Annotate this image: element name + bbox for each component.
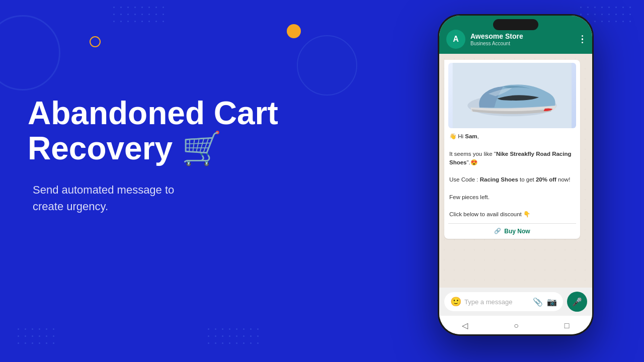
phone-mockup: A Awesome Store Business Account [438,14,599,348]
msg-discount: 20% off [536,176,556,183]
buy-now-button[interactable]: 🔗 Buy Now [448,223,576,235]
phone-inner: A Awesome Store Business Account [439,16,592,334]
recent-button[interactable]: □ [565,321,570,330]
menu-button[interactable] [580,33,586,46]
message-input-field[interactable]: 🙂 Type a message 📎 📷 [444,292,563,311]
message-placeholder: Type a message [464,298,530,306]
title-line2: Recovery [28,130,173,166]
subtitle-line1: Send automated message to [33,184,174,196]
msg-line2-prefix: Use Code : [449,176,480,183]
orange-outline-circle [90,36,101,47]
msg-line1-prefix: It seems you like " [449,151,496,157]
phone-outer: A Awesome Store Business Account [438,14,594,336]
input-bar: 🙂 Type a message 📎 📷 🎤 [439,288,592,316]
store-avatar: A [446,30,465,49]
menu-dot-3 [582,42,584,44]
dot-grid-bottom-left: (function(){ const grid = document.query… [15,326,57,347]
store-name: Awesome Store [470,32,523,41]
phone-bottom-bar: ◁ ○ □ [439,316,592,334]
wa-header-left: A Awesome Store Business Account [446,30,523,49]
mic-icon: 🎤 [572,297,582,307]
msg-customer-name: Sam [465,133,477,139]
circle-outline-top-left [0,15,60,90]
msg-greeting: 👋 Hi [449,133,465,139]
msg-line4: Click below to avail discount 👇 [449,210,575,219]
msg-code: Racing Shoes [480,176,518,183]
phone-notch [493,19,538,30]
buy-now-label: Buy Now [504,228,530,235]
store-status: Business Account [470,41,523,46]
chat-area: 👋 Hi Sam, It seems you like "Nike Streak… [439,54,592,288]
product-image [448,63,576,128]
attachment-icon[interactable]: 📎 [533,297,543,307]
circle-outline-mid [297,35,357,96]
dot-grid-top-left: (function(){ const grid = document.query… [111,4,167,25]
store-info: Awesome Store Business Account [470,32,523,46]
back-button[interactable]: ◁ [462,321,468,330]
menu-dot-2 [582,38,584,40]
dot-grid-bottom-right: (function(){ const grid = document.query… [205,326,262,347]
subtitle: Send automated message to create urgency… [28,182,340,215]
input-icons: 📎 📷 [533,297,557,307]
orange-filled-dot [287,24,301,38]
msg-line3: Few pieces left. [449,193,575,202]
mic-button[interactable]: 🎤 [567,292,587,312]
title-line1: Abandoned Cart [28,95,278,131]
emoji-button[interactable]: 🙂 [450,296,461,307]
main-title: Abandoned Cart Recovery 🛒 [28,96,340,166]
menu-dot-1 [582,35,584,37]
cart-emoji: 🛒 [182,130,222,166]
message-bubble: 👋 Hi Sam, It seems you like "Nike Streak… [444,60,580,239]
camera-icon[interactable]: 📷 [547,297,557,307]
left-content: Abandoned Cart Recovery 🛒 Send automated… [28,96,340,215]
subtitle-line2: create urgency. [33,200,108,213]
message-text: 👋 Hi Sam, It seems you like "Nike Streak… [448,132,576,219]
buy-now-icon: 🔗 [494,228,501,234]
home-button[interactable]: ○ [514,321,519,330]
